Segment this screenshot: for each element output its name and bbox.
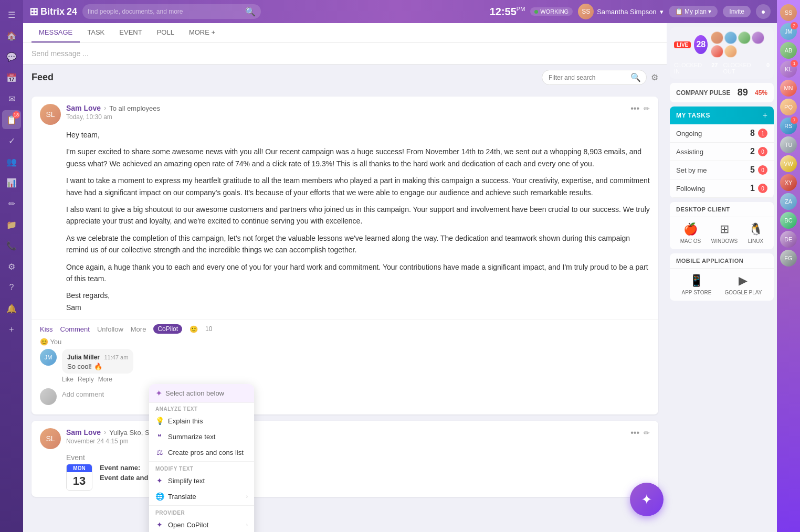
tab-more[interactable]: MORE + — [182, 23, 223, 42]
sidebar-crm[interactable]: 📊 — [2, 173, 21, 192]
post-author-1[interactable]: Sam Love — [66, 104, 101, 112]
task-row-assisting[interactable]: Assisting 2 0 — [670, 143, 774, 161]
copilot-pros-cons[interactable]: ⚖ Create pros and cons list — [149, 444, 254, 460]
sidebar-chat[interactable]: 💬 — [2, 47, 21, 66]
sidebar-mail[interactable]: ✉ — [2, 89, 21, 108]
user-panel-avatar-11[interactable]: ZA — [780, 193, 797, 210]
sidebar-calendar[interactable]: 📅 — [2, 68, 21, 87]
event-header: SL Sam Love › Yuliya Sko, Samanti... Nov… — [31, 421, 658, 453]
sidebar-folder[interactable]: 📁 — [2, 215, 21, 234]
user-panel-avatar-9[interactable]: VW — [780, 155, 797, 172]
task-row-setbyme[interactable]: Set by me 5 0 — [670, 161, 774, 179]
tab-poll[interactable]: POLL — [150, 23, 182, 42]
unfollow-action[interactable]: Unfollow — [97, 325, 123, 333]
post-avatar-1: SL — [40, 104, 61, 125]
task-right-setbyme: 5 0 — [750, 165, 767, 175]
sidebar-users[interactable]: 👥 — [2, 152, 21, 171]
user-panel-avatar-8[interactable]: TU — [780, 136, 797, 153]
topbar: ⊞ Bitrix 24 🔍 12:55PM WORKING SS Samanth… — [23, 0, 777, 23]
user-panel-avatar-2[interactable]: JM 2 — [780, 23, 797, 40]
client-linux[interactable]: 🐧 LINUX — [748, 222, 763, 244]
comment-action[interactable]: Comment — [60, 325, 90, 333]
event-edit-icon[interactable]: ✏ — [644, 429, 650, 437]
mobile-googleplay[interactable]: ▶ GOOGLE PLAY — [724, 274, 762, 295]
feed-title: Feed — [31, 72, 54, 83]
tab-task[interactable]: TASK — [80, 23, 112, 42]
my-plan-button[interactable]: 📋 My plan ▾ — [669, 6, 718, 17]
comment-avatar-1: JM — [40, 349, 57, 366]
task-row-ongoing[interactable]: Ongoing 8 1 — [670, 124, 774, 143]
user-initials-13: DE — [784, 236, 792, 242]
working-status[interactable]: WORKING — [530, 7, 573, 16]
sidebar-phone[interactable]: 📞 — [2, 236, 21, 255]
user-info[interactable]: SS Samantha Simpson ▾ — [578, 4, 663, 19]
comment-more[interactable]: More — [98, 376, 112, 383]
sidebar-plus[interactable]: + — [2, 320, 21, 339]
notifications-button[interactable]: ● — [756, 4, 771, 19]
add-comment-input[interactable]: Add comment — [62, 388, 104, 405]
task-row-following[interactable]: Following 1 0 — [670, 179, 774, 198]
client-macos[interactable]: 🍎 MAC OS — [680, 222, 701, 244]
user-panel-avatar-5[interactable]: MN — [780, 80, 797, 97]
user-panel-avatar-1[interactable]: SS — [780, 4, 797, 21]
kiss-action[interactable]: Kiss — [40, 325, 53, 333]
search-input[interactable] — [88, 8, 245, 15]
feed-settings-icon[interactable]: ⚙ — [651, 72, 658, 82]
sidebar-feed[interactable]: 📋 18 — [2, 110, 21, 129]
search-bar[interactable]: 🔍 — [82, 4, 261, 19]
post-card-2: SL Sam Love › Yuliya Sko, Samanti... Nov… — [31, 421, 658, 497]
comment-bubble-1: Julia Miller 11:47 am So cool! 🔥 — [62, 349, 133, 374]
event-author[interactable]: Sam Love — [66, 428, 101, 437]
user-panel-avatar-10[interactable]: XY — [780, 174, 797, 191]
post-menu-icon-1[interactable]: ••• — [630, 104, 639, 113]
sidebar-settings[interactable]: ⚙ — [2, 257, 21, 276]
copilot-open[interactable]: ✦ Open CoPilot › — [149, 517, 254, 532]
feed-search-input[interactable] — [549, 74, 627, 81]
windows-icon: ⊞ — [720, 222, 729, 236]
sidebar-help[interactable]: ? — [2, 278, 21, 297]
comment-like[interactable]: Like — [62, 376, 73, 383]
appstore-icon: 📱 — [689, 274, 703, 288]
user-panel-avatar-6[interactable]: PQ — [780, 99, 797, 115]
sidebar-hamburger[interactable]: ☰ — [2, 5, 21, 24]
user-panel-avatar-4[interactable]: KL 1 — [780, 61, 797, 78]
more-action[interactable]: More — [131, 325, 146, 333]
client-windows[interactable]: ⊞ WINDOWS — [711, 222, 738, 244]
comment-author-1[interactable]: Julia Miller — [67, 354, 100, 361]
mobile-appstore[interactable]: 📱 APP STORE — [682, 274, 712, 295]
user-initials-9: VW — [784, 161, 793, 167]
copilot-search-input[interactable] — [165, 389, 254, 397]
tasks-add-button[interactable]: + — [763, 111, 767, 120]
copilot-summarize[interactable]: ❝ Summarize text — [149, 429, 254, 444]
invite-button[interactable]: Invite — [723, 6, 751, 17]
user-panel-avatar-3[interactable]: AB — [780, 42, 797, 59]
user-panel-avatar-7[interactable]: RS 7 — [780, 118, 797, 134]
tab-event[interactable]: EVENT — [112, 23, 149, 42]
comment-reply[interactable]: Reply — [78, 376, 94, 383]
copilot-simplify[interactable]: ✦ Simplify text — [149, 473, 254, 488]
user-panel-avatar-13[interactable]: DE — [780, 231, 797, 248]
event-menu-icon[interactable]: ••• — [630, 428, 639, 438]
comment-text-1: So cool! 🔥 — [67, 363, 128, 370]
pulse-change: 45% — [755, 89, 767, 97]
sidebar-tasks[interactable]: ✓ — [2, 131, 21, 150]
sidebar-edit[interactable]: ✏ — [2, 194, 21, 213]
copilot-explain-this[interactable]: 💡 Explain this — [149, 413, 254, 429]
sidebar-home[interactable]: 🏠 — [2, 26, 21, 45]
live-stats: CLOCKED IN 27 CLOCKED OUT 0 — [674, 62, 770, 75]
company-pulse[interactable]: COMPANY PULSE 89 45% — [670, 83, 774, 102]
user-panel-avatar-14[interactable]: FG — [780, 250, 797, 267]
post-edit-icon-1[interactable]: ✏ — [644, 104, 650, 113]
simplify-icon: ✦ — [155, 476, 164, 485]
copilot-translate[interactable]: 🌐 Translate › — [149, 488, 254, 504]
copilot-fab[interactable]: ✦ — [630, 483, 664, 516]
live-avatar-4 — [752, 31, 764, 44]
copilot-badge[interactable]: CoPilot — [153, 324, 182, 334]
user-panel-avatar-12[interactable]: BC — [780, 212, 797, 229]
compose-input-area[interactable]: Send message ... — [23, 43, 667, 64]
tab-message[interactable]: MESSAGE — [31, 23, 80, 42]
sidebar-alert[interactable]: 🔔 — [2, 299, 21, 318]
feed-scroll[interactable]: SL Sam Love › To all employees Today, 10… — [23, 90, 667, 532]
copilot-popup: ✦ ANALYZE TEXT 💡 Explain this ❝ Summariz… — [149, 384, 254, 532]
feed-search-bar[interactable]: 🔍 — [542, 70, 647, 85]
